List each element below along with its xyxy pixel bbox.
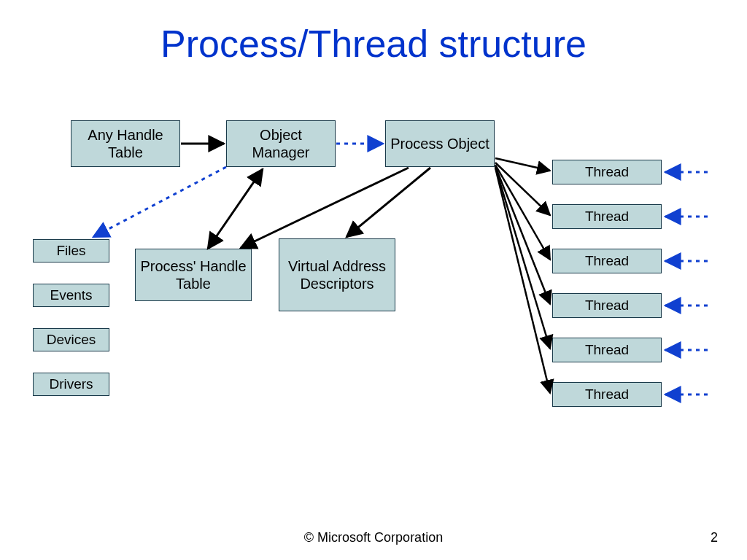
svg-line-8 xyxy=(495,165,550,260)
svg-line-2 xyxy=(93,167,226,237)
box-thread-6: Thread xyxy=(552,382,662,407)
svg-line-6 xyxy=(495,158,550,171)
svg-line-7 xyxy=(495,163,550,215)
box-object-manager: Object Manager xyxy=(226,120,336,167)
box-files: Files xyxy=(33,239,109,262)
box-devices: Devices xyxy=(33,328,109,351)
box-process-object: Process Object xyxy=(385,120,495,167)
slide: Process/Thread structure Any Handle Tabl… xyxy=(0,0,747,560)
svg-line-5 xyxy=(347,168,430,237)
box-thread-5: Thread xyxy=(552,338,662,362)
page-number: 2 xyxy=(711,530,718,545)
box-thread-3: Thread xyxy=(552,249,662,273)
box-drivers: Drivers xyxy=(33,373,109,396)
box-thread-2: Thread xyxy=(552,204,662,229)
slide-title: Process/Thread structure xyxy=(0,22,747,66)
svg-line-10 xyxy=(495,167,550,349)
svg-line-9 xyxy=(495,166,550,304)
svg-line-11 xyxy=(495,168,550,393)
box-events: Events xyxy=(33,284,109,307)
box-thread-4: Thread xyxy=(552,293,662,318)
svg-line-3 xyxy=(208,169,263,249)
box-thread-1: Thread xyxy=(552,160,662,184)
svg-line-4 xyxy=(241,168,409,248)
box-process-handle-table: Process' Handle Table xyxy=(135,249,252,301)
box-vad: Virtual Address Descriptors xyxy=(279,238,395,311)
footer-copyright: © Microsoft Corporation xyxy=(0,530,747,545)
box-any-handle-table: Any Handle Table xyxy=(71,120,180,167)
